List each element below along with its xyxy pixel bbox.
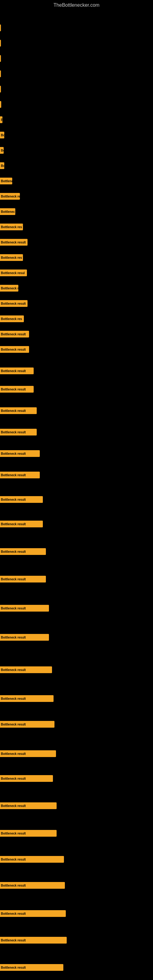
bar-label: Bottlenec <box>1 210 15 213</box>
bar: Bottleneck result <box>0 520 43 527</box>
bar-row: Bottleneck result <box>0 634 153 641</box>
bar: Bottlene <box>0 178 12 185</box>
bar-row: B <box>0 116 153 123</box>
bar-row: Bot <box>0 132 153 138</box>
bar: Bottleneck resul <box>0 269 27 276</box>
bar-label: Bottleneck result <box>1 832 26 835</box>
bar: Bottleneck r <box>0 285 18 291</box>
bar-row: Bottleneck res <box>0 254 153 261</box>
bar-label: Bottleneck result <box>1 302 26 305</box>
bar: Bottleneck result <box>0 472 40 478</box>
bar-row: Bottleneck result <box>0 750 153 757</box>
bar-label: Bottleneck result <box>1 668 26 671</box>
bar-row: Bottleneck res <box>0 224 153 230</box>
bar: Bottleneck result <box>0 576 46 582</box>
bar: Bottleneck result <box>0 937 67 943</box>
bar-row: Bottleneck result <box>0 496 153 503</box>
bar-label: Bottleneck result <box>1 939 26 942</box>
bar-label: B <box>1 118 2 122</box>
bar: Bottleneck result <box>0 775 53 782</box>
bar-row: Bottleneck result <box>0 964 153 971</box>
bar: Bottleneck result <box>0 346 29 353</box>
bar: Bottleneck result <box>0 300 27 307</box>
bar-label: Bottleneck re <box>1 195 20 198</box>
bar: Bottleneck result <box>0 386 33 393</box>
bar-label: Bottleneck res <box>1 256 22 259</box>
bar: Bottleneck res <box>0 224 23 230</box>
bar-label: Bottleneck res <box>1 317 22 321</box>
bar-row: Bottleneck result <box>0 830 153 837</box>
bar: Bottleneck result <box>0 634 49 641</box>
bar-row: Bottleneck res <box>0 315 153 322</box>
bar-label: Bottleneck result <box>1 858 26 861</box>
bar-row: Bottleneck result <box>0 775 153 782</box>
bar: Bot <box>0 162 4 169</box>
site-title: TheBottlenecker.com <box>0 0 153 9</box>
bar-label: Bottleneck result <box>1 578 26 581</box>
bar: Bottleneck result <box>0 331 29 337</box>
bar: Bottleneck result <box>0 830 57 837</box>
bar: Bottleneck result <box>0 721 54 728</box>
bar-label: Bottleneck result <box>1 636 26 639</box>
bar-row: Bottleneck result <box>0 239 153 246</box>
bar <box>0 55 1 62</box>
bar: Bottleneck result <box>0 368 33 374</box>
bar-label: Bottleneck result <box>1 912 26 915</box>
bar-row: Bot <box>0 162 153 169</box>
bar-label: Bo <box>1 149 4 152</box>
bar-label: Bottleneck result <box>1 697 26 700</box>
page-wrapper: TheBottlenecker.com BBotBoBotBottleneBot… <box>0 0 153 980</box>
bar-row <box>0 40 153 46</box>
bar: Bottlenec <box>0 208 15 215</box>
bar-label: Bottleneck result <box>1 348 26 351</box>
bar-row <box>0 86 153 92</box>
bar-label: Bottleneck result <box>1 550 26 554</box>
bar-label: Bottleneck result <box>1 804 26 808</box>
bar: Bottleneck result <box>0 882 65 889</box>
bar-row: Bo <box>0 147 153 154</box>
bar-row: Bottleneck result <box>0 721 153 728</box>
bar-row: Bottleneck result <box>0 450 153 457</box>
bar <box>0 101 1 108</box>
bar-row: Bottleneck result <box>0 407 153 414</box>
bar: Bottleneck res <box>0 254 23 261</box>
bar: Bottleneck res <box>0 315 24 322</box>
bar-label: Bottleneck result <box>1 522 26 526</box>
bar-row: Bottleneck result <box>0 605 153 612</box>
bar: Bottleneck result <box>0 450 40 457</box>
bar-label: Bottleneck result <box>1 452 26 455</box>
bar-label: Bottleneck r <box>1 286 18 290</box>
bar-label: Bottleneck result <box>1 409 26 412</box>
bar-row: Bottleneck result <box>0 667 153 673</box>
bar: Bottleneck result <box>0 429 37 436</box>
bar-label: Bottleneck result <box>1 752 26 756</box>
bar: Bottleneck result <box>0 802 57 809</box>
bar-label: Bottleneck result <box>1 723 26 726</box>
bar <box>0 40 1 46</box>
bar-row: Bottleneck re <box>0 193 153 200</box>
bar-label: Bottleneck resul <box>1 271 25 275</box>
bar-row: Bottleneck result <box>0 300 153 307</box>
bar-row <box>0 101 153 108</box>
bar: Bottleneck result <box>0 239 27 246</box>
bar-row: Bottleneck result <box>0 368 153 374</box>
bar-row: Bottleneck result <box>0 937 153 943</box>
bar: Bottleneck result <box>0 605 49 612</box>
bar-row: Bottleneck result <box>0 695 153 702</box>
bar-row: Bottleneck result <box>0 802 153 809</box>
bar-row: Bottleneck r <box>0 285 153 291</box>
bar-row: Bottlene <box>0 178 153 185</box>
bar-row: Bottleneck result <box>0 576 153 582</box>
bar: Bottleneck result <box>0 910 66 917</box>
bar: Bottleneck result <box>0 548 46 555</box>
bar <box>0 70 1 77</box>
bar-row: Bottleneck result <box>0 472 153 478</box>
bar <box>0 86 1 92</box>
bar-label: Bottlene <box>1 180 12 183</box>
bar-row <box>0 55 153 62</box>
bar-row: Bottleneck result <box>0 429 153 436</box>
bar-label: Bot <box>1 134 4 137</box>
bar-row: Bottleneck result <box>0 548 153 555</box>
bar-label: Bottleneck res <box>1 225 22 229</box>
bar-label: Bot <box>1 164 4 167</box>
